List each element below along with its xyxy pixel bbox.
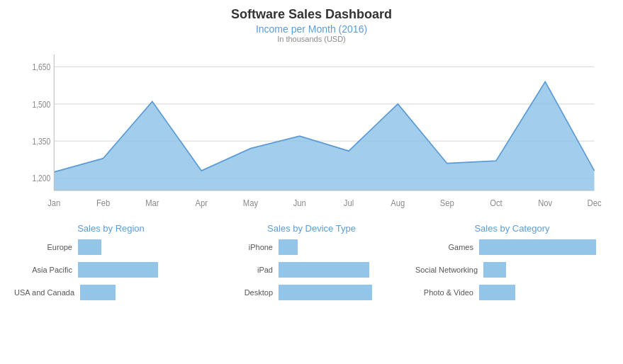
bar-label: iPad <box>215 266 279 274</box>
bar-fill <box>279 239 298 255</box>
svg-text:1,200: 1,200 <box>33 174 51 183</box>
bar-label: USA and Canada <box>14 288 80 297</box>
area-chart-title: Income per Month (2016) <box>14 23 609 35</box>
svg-text:Oct: Oct <box>490 198 503 208</box>
bar-row: Social Networking <box>415 262 609 278</box>
sales-by-category: Sales by Category GamesSocial Networking… <box>415 223 609 357</box>
svg-text:Mar: Mar <box>145 198 159 208</box>
bottom-charts: Sales by Region EuropeAsia PacificUSA an… <box>14 223 609 357</box>
bar-fill <box>279 262 369 278</box>
svg-text:Jul: Jul <box>344 198 354 208</box>
dashboard: Software Sales Dashboard Income per Mont… <box>0 0 623 364</box>
bar-track <box>279 262 408 278</box>
bar-track <box>80 285 208 300</box>
svg-text:Apr: Apr <box>195 198 208 208</box>
region-bars-container: EuropeAsia PacificUSA and Canada <box>14 239 208 307</box>
bar-row: Europe <box>14 239 208 255</box>
bar-track <box>483 262 609 278</box>
bar-row: iPhone <box>215 239 408 255</box>
bar-fill <box>483 262 506 278</box>
bar-label: Games <box>415 243 479 251</box>
bar-row: Desktop <box>215 285 408 300</box>
bar-track <box>78 262 208 278</box>
sales-by-device: Sales by Device Type iPhoneiPadDesktop <box>215 223 408 357</box>
region-title: Sales by Region <box>14 223 208 234</box>
svg-text:Aug: Aug <box>391 198 405 208</box>
bar-fill <box>80 285 116 300</box>
bar-row: Photo & Video <box>415 285 609 300</box>
bar-track <box>279 239 408 255</box>
svg-text:Feb: Feb <box>96 198 111 208</box>
area-chart-subtitle: In thousands (USD) <box>14 35 609 43</box>
svg-text:Dec: Dec <box>588 198 602 208</box>
bar-track <box>279 285 408 300</box>
bar-fill <box>279 285 372 300</box>
bar-fill <box>479 285 515 300</box>
device-bars-container: iPhoneiPadDesktop <box>215 239 408 307</box>
main-title: Software Sales Dashboard <box>14 7 609 22</box>
bar-row: Games <box>415 239 609 255</box>
bar-label: iPhone <box>215 243 279 251</box>
svg-text:Nov: Nov <box>538 198 553 208</box>
svg-text:Jun: Jun <box>293 198 306 208</box>
bar-track <box>479 239 609 255</box>
svg-text:Jan: Jan <box>47 198 60 208</box>
bar-label: Social Networking <box>415 266 483 274</box>
bar-fill <box>78 262 158 278</box>
device-title: Sales by Device Type <box>215 223 408 234</box>
category-title: Sales by Category <box>415 223 609 234</box>
svg-text:1,650: 1,650 <box>33 62 51 72</box>
svg-text:Sep: Sep <box>440 198 454 208</box>
bar-label: Photo & Video <box>415 288 479 297</box>
area-chart: 1,2001,3501,5001,650JanFebMarAprMayJunJu… <box>14 46 609 216</box>
bar-fill <box>479 239 596 255</box>
svg-text:May: May <box>243 198 259 208</box>
bar-label: Asia Pacific <box>14 266 78 274</box>
sales-by-region: Sales by Region EuropeAsia PacificUSA an… <box>14 223 208 357</box>
bar-row: Asia Pacific <box>14 262 208 278</box>
bar-track <box>78 239 208 255</box>
category-bars-container: GamesSocial NetworkingPhoto & Video <box>415 239 609 307</box>
bar-fill <box>78 239 101 255</box>
bar-label: Desktop <box>215 288 279 297</box>
svg-text:1,500: 1,500 <box>33 100 51 109</box>
bar-row: iPad <box>215 262 408 278</box>
bar-track <box>479 285 609 300</box>
bar-label: Europe <box>14 243 78 251</box>
bar-row: USA and Canada <box>14 285 208 300</box>
svg-text:1,350: 1,350 <box>33 137 51 146</box>
